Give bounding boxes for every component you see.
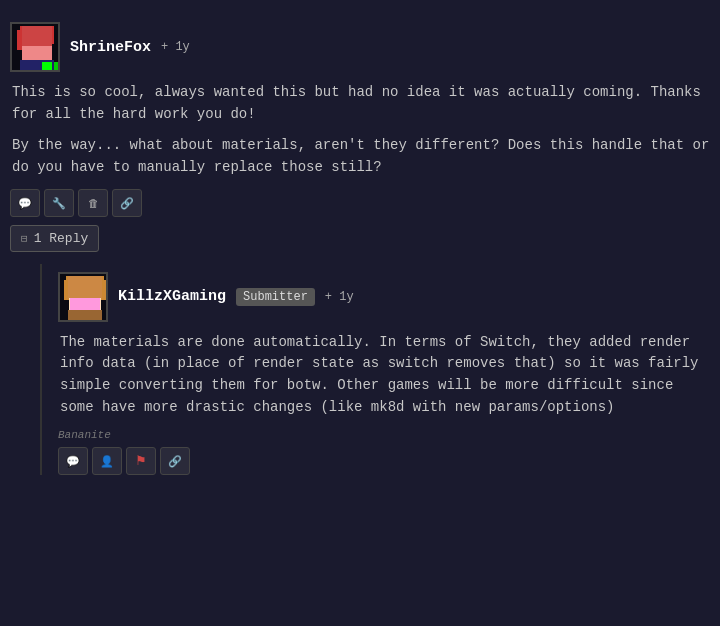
- svg-rect-15: [69, 294, 101, 312]
- reply-action-user[interactable]: [92, 447, 122, 475]
- wrench-icon: [52, 195, 66, 210]
- reply-action-bar: [58, 447, 710, 475]
- comment-action-delete[interactable]: [78, 189, 108, 217]
- nested-comment: KillzXGaming Submitter + 1y The material…: [40, 264, 710, 475]
- svg-rect-9: [20, 60, 54, 72]
- replies-count-label: 1 Reply: [34, 231, 89, 246]
- svg-rect-13: [64, 280, 69, 300]
- link-icon: [120, 195, 134, 210]
- reply-comment-icon: [66, 453, 80, 468]
- svg-rect-20: [77, 306, 93, 309]
- svg-rect-14: [101, 280, 106, 300]
- reply-badge-plus: + 1y: [325, 290, 354, 304]
- reply-text-1: The materials are done automatically. In…: [60, 332, 710, 419]
- svg-rect-7: [42, 46, 44, 48]
- svg-rect-18: [74, 299, 76, 301]
- svg-rect-21: [68, 312, 102, 322]
- comment-body: This is so cool, always wanted this but …: [10, 82, 710, 179]
- svg-rect-5: [41, 45, 48, 51]
- replies-toggle-button[interactable]: ⊟ 1 Reply: [10, 225, 99, 252]
- reply-action-comment[interactable]: [58, 447, 88, 475]
- comment-1: ShrineFox + 1y This is so cool, always w…: [10, 22, 710, 475]
- action-bar: [10, 189, 710, 217]
- svg-rect-0: [12, 24, 60, 72]
- comment-action-link[interactable]: [112, 189, 142, 217]
- svg-rect-6: [27, 46, 29, 48]
- reply-action-link[interactable]: [160, 447, 190, 475]
- comment-action-comment[interactable]: [10, 189, 40, 217]
- trash-icon: [88, 195, 99, 210]
- reply-body: The materials are done automatically. In…: [58, 332, 710, 419]
- reply-username: KillzXGaming: [118, 288, 226, 305]
- reply-action-flag[interactable]: [126, 447, 156, 475]
- svg-rect-8: [30, 54, 44, 57]
- comment-icon: [18, 195, 32, 210]
- credit-text: Bananite: [58, 429, 710, 441]
- comment-text-1: This is so cool, always wanted this but …: [12, 82, 710, 125]
- comment-action-edit[interactable]: [44, 189, 74, 217]
- svg-rect-17: [91, 298, 97, 304]
- comment-thread: ShrineFox + 1y This is so cool, always w…: [10, 12, 710, 493]
- svg-rect-10: [46, 62, 58, 70]
- reply-avatar: [58, 272, 108, 322]
- username: ShrineFox: [70, 39, 151, 56]
- svg-rect-4: [26, 45, 33, 51]
- svg-rect-1: [20, 26, 54, 44]
- avatar: [10, 22, 60, 72]
- toggle-icon: ⊟: [21, 232, 28, 245]
- svg-rect-11: [60, 274, 108, 322]
- svg-rect-12: [66, 276, 104, 298]
- svg-rect-16: [73, 298, 79, 304]
- reply-header: KillzXGaming Submitter + 1y: [58, 272, 710, 322]
- submitter-badge: Submitter: [236, 288, 315, 306]
- svg-rect-3: [22, 40, 52, 60]
- svg-rect-2: [17, 30, 23, 50]
- svg-rect-19: [92, 299, 94, 301]
- user-icon: [100, 453, 114, 468]
- flag-icon: [135, 453, 147, 468]
- reply-link-icon: [168, 453, 182, 468]
- badge-plus: + 1y: [161, 40, 190, 54]
- comment-header: ShrineFox + 1y: [10, 22, 710, 72]
- comment-text-2: By the way... what about materials, aren…: [12, 135, 710, 178]
